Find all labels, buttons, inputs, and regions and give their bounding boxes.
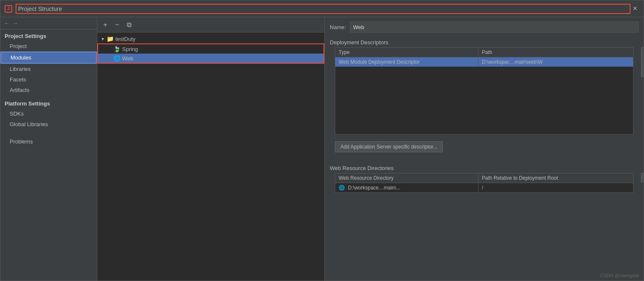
add-module-button[interactable]: + [101, 20, 110, 30]
tree-node-root[interactable]: ▼ 📁 testDuty [97, 34, 324, 43]
web-resource-directories-header: Web Resource Directories [325, 162, 644, 173]
deployment-edit-button[interactable]: ✎ [641, 68, 644, 77]
wrd-add-button[interactable]: + [641, 173, 644, 182]
sidebar-item-artifacts[interactable]: Artifacts [0, 85, 97, 95]
close-button[interactable]: × [631, 4, 639, 13]
sidebar-item-global-libraries[interactable]: Global Libraries [0, 119, 97, 130]
problems-section: Problems [0, 136, 97, 147]
sidebar-item-sdks[interactable]: SDKs [0, 108, 97, 119]
th-wrd: Web Resource Directory [335, 173, 478, 183]
root-label: testDuty [115, 36, 136, 42]
deployment-add-button[interactable]: + [641, 47, 644, 57]
td-type-0: Web Module Deployment Descriptor [335, 57, 478, 67]
tree-panel: + − ⧉ ▼ 📁 testDuty 🍃 Spring [97, 17, 325, 281]
folder-icon: 📁 [107, 35, 114, 42]
wrd-side-buttons: + [641, 173, 644, 182]
project-settings-label: Project Settings [0, 30, 97, 41]
web-icon: 🌐 [113, 55, 120, 62]
sidebar-item-modules[interactable]: Modules [0, 51, 97, 64]
watermark: CSDN @chengche [600, 273, 639, 278]
tree-node-web[interactable]: 🌐 Web [98, 54, 323, 63]
name-label: Name: [330, 24, 346, 30]
deployment-remove-button[interactable]: − [641, 57, 644, 67]
name-row: Name: [325, 17, 644, 37]
sidebar-item-libraries[interactable]: Libraries [0, 64, 97, 74]
remove-module-button[interactable]: − [112, 20, 122, 30]
th-path: Path [478, 48, 633, 57]
back-button[interactable]: ← [4, 20, 10, 27]
tree-node-spring[interactable]: 🍃 Spring [98, 44, 323, 54]
tree-toolbar: + − ⧉ [97, 17, 324, 32]
td-wrd-0: 🌐 D:\workspace…main\... [335, 183, 478, 192]
name-input[interactable] [350, 22, 639, 32]
deployment-descriptors-header: Deployment Descriptors [325, 37, 644, 47]
platform-settings-label: Platform Settings [0, 97, 97, 108]
copy-module-button[interactable]: ⧉ [124, 20, 134, 30]
th-type: Type [335, 48, 478, 57]
wrd-table: Web Resource Directory Path Relative to … [335, 173, 633, 193]
wrd-table-header: Web Resource Directory Path Relative to … [335, 173, 633, 183]
app-icon: J [5, 5, 12, 13]
sidebar-item-problems[interactable]: Problems [0, 136, 97, 147]
add-descriptor-button[interactable]: Add Application Server specific descript… [335, 141, 443, 152]
sidebar: ← → Project Settings Project Modules Lib… [0, 17, 97, 281]
wrd-row-0[interactable]: 🌐 D:\workspace…main\... / [335, 183, 633, 192]
deployment-table-header: Type Path [335, 48, 633, 57]
tree-children-group: 🍃 Spring 🌐 Web [97, 43, 324, 64]
nav-arrows: ← → [0, 17, 97, 30]
dialog-title: Project Structure [16, 4, 631, 14]
forward-button[interactable]: → [12, 20, 18, 27]
deployment-row-0[interactable]: Web Module Deployment Descriptor D:\work… [335, 57, 633, 67]
add-descriptor-wrapper: Add Application Server specific descript… [325, 135, 644, 159]
main-content: ← → Project Settings Project Modules Lib… [0, 17, 644, 281]
spring-icon: 🍃 [113, 46, 120, 52]
title-bar: J Project Structure × [0, 0, 644, 17]
td-path-0: D:\workspac…main\web\W [478, 57, 633, 67]
spring-label: Spring [122, 46, 138, 52]
deployment-side-buttons: + − ✎ [641, 47, 644, 77]
th-relative: Path Relative to Deployment Root [478, 173, 633, 183]
project-structure-dialog: J Project Structure × ← → Project Settin… [0, 0, 644, 281]
wrd-directory-0: D:\workspace…main\... [348, 185, 400, 191]
deployment-empty-area [335, 67, 633, 134]
detail-panel: Name: Deployment Descriptors Type Path W… [325, 17, 644, 281]
wrd-table-wrapper: Web Resource Directory Path Relative to … [330, 173, 639, 193]
sidebar-item-facets[interactable]: Facets [0, 74, 97, 85]
sidebar-item-project[interactable]: Project [0, 41, 97, 51]
deployment-table: Type Path Web Module Deployment Descript… [335, 47, 633, 135]
td-relative-0: / [478, 183, 633, 192]
web-label: Web [122, 55, 134, 62]
expand-arrow: ▼ [101, 37, 105, 41]
wrd-icon: 🌐 [339, 185, 345, 191]
tree-content: ▼ 📁 testDuty 🍃 Spring 🌐 Web [97, 32, 324, 281]
deployment-table-wrapper: Type Path Web Module Deployment Descript… [330, 47, 639, 135]
